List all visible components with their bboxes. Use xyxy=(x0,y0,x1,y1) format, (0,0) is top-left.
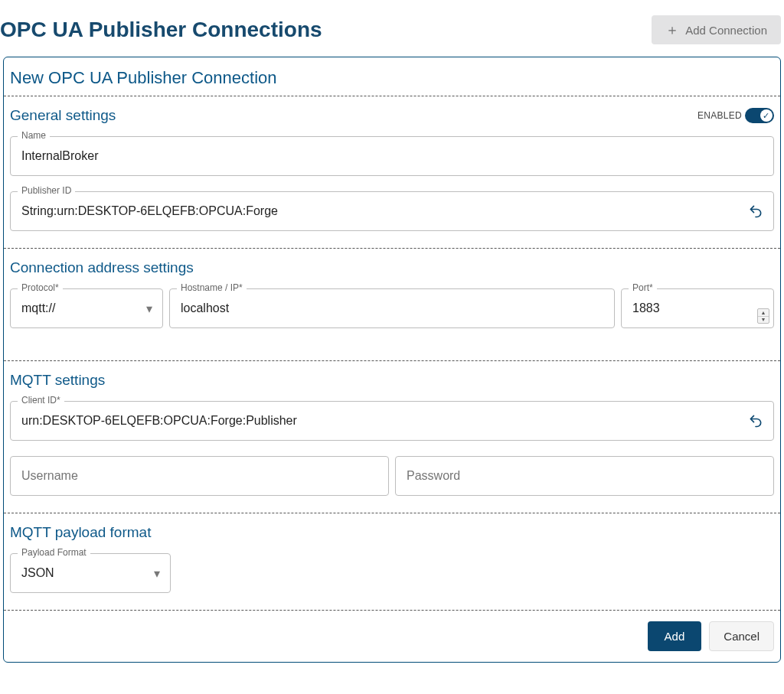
publisher-id-field[interactable] xyxy=(10,191,774,231)
stepper-down-icon[interactable]: ▼ xyxy=(758,317,769,324)
panel-title: New OPC UA Publisher Connection xyxy=(4,57,780,96)
port-stepper[interactable]: ▲ ▼ xyxy=(757,308,769,324)
general-settings-section: General settings ENABLED ✓ Name Publishe… xyxy=(4,96,780,248)
page-title: OPC UA Publisher Connections xyxy=(0,18,322,42)
plus-icon: ＋ xyxy=(665,23,679,37)
enabled-label: ENABLED xyxy=(697,110,742,121)
section-title-general: General settings xyxy=(10,107,116,124)
add-button[interactable]: Add xyxy=(648,621,702,651)
name-label: Name xyxy=(18,130,50,141)
password-field[interactable] xyxy=(395,456,774,496)
port-field[interactable] xyxy=(621,288,774,328)
username-field[interactable] xyxy=(10,456,389,496)
port-label: Port* xyxy=(629,282,657,293)
client-id-label: Client ID* xyxy=(18,395,64,406)
connection-panel: New OPC UA Publisher Connection General … xyxy=(3,57,781,663)
enabled-toggle[interactable]: ✓ xyxy=(745,108,774,123)
client-id-reset-button[interactable] xyxy=(742,407,769,435)
mqtt-payload-section: MQTT payload format Payload Format JSON … xyxy=(4,513,780,610)
section-title-mqtt: MQTT settings xyxy=(10,372,105,389)
protocol-select[interactable]: mqtt:// xyxy=(10,288,163,328)
section-title-connection: Connection address settings xyxy=(10,259,194,276)
stepper-up-icon[interactable]: ▲ xyxy=(758,309,769,317)
section-title-payload: MQTT payload format xyxy=(10,524,151,541)
payload-format-label: Payload Format xyxy=(18,547,90,558)
add-connection-label: Add Connection xyxy=(685,24,767,37)
panel-footer: Add Cancel xyxy=(4,610,780,662)
add-connection-button[interactable]: ＋ Add Connection xyxy=(652,15,781,44)
undo-icon xyxy=(748,204,763,219)
check-icon: ✓ xyxy=(760,109,773,122)
connection-address-section: Connection address settings Protocol* mq… xyxy=(4,248,780,360)
hostname-field[interactable] xyxy=(169,288,615,328)
protocol-label: Protocol* xyxy=(18,282,63,293)
publisher-id-label: Publisher ID xyxy=(18,185,75,196)
undo-icon xyxy=(748,413,763,428)
client-id-field[interactable] xyxy=(10,401,774,441)
cancel-button[interactable]: Cancel xyxy=(709,621,774,651)
mqtt-settings-section: MQTT settings Client ID* xyxy=(4,360,780,513)
payload-format-select[interactable]: JSON xyxy=(10,553,171,593)
name-field[interactable] xyxy=(10,136,774,176)
publisher-id-reset-button[interactable] xyxy=(742,197,769,225)
hostname-label: Hostname / IP* xyxy=(177,282,247,293)
